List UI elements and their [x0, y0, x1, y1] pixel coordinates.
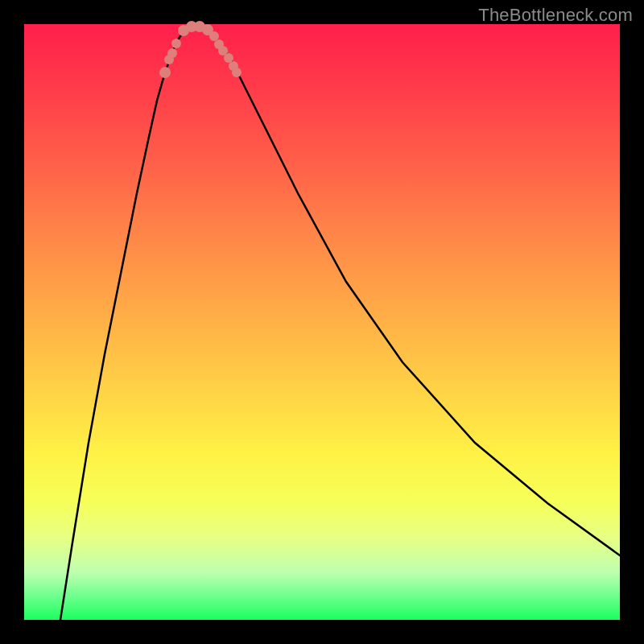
- chart-frame: TheBottleneck.com: [0, 0, 644, 644]
- bead: [167, 48, 177, 58]
- bead: [232, 68, 242, 77]
- bead: [224, 53, 233, 63]
- bead: [159, 67, 171, 78]
- plot-area: [24, 24, 620, 620]
- highlight-beads: [159, 21, 242, 78]
- bead: [171, 39, 181, 48]
- watermark-text: TheBottleneck.com: [478, 5, 633, 26]
- bead: [209, 31, 219, 41]
- bottleneck-curve: [60, 27, 620, 620]
- curve-svg: [24, 24, 620, 620]
